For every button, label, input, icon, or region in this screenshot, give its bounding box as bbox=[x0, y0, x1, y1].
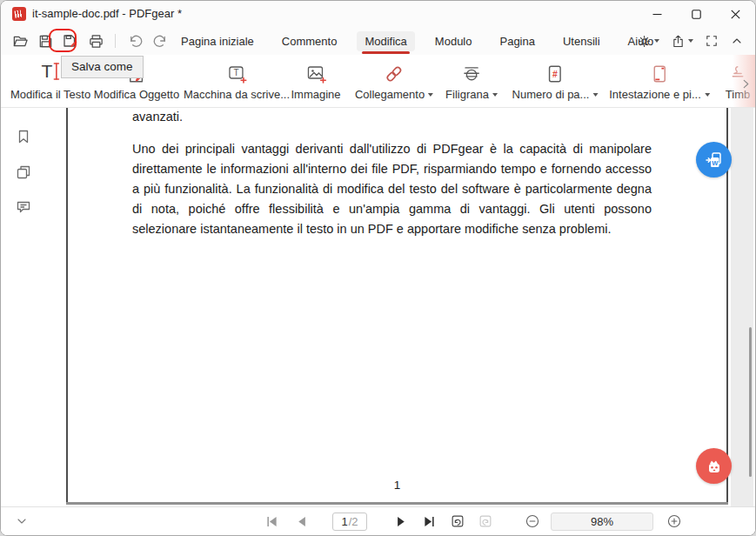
link-button[interactable]: Collegamento bbox=[355, 61, 433, 101]
redo-button[interactable] bbox=[151, 32, 169, 50]
document-text: avanzati. Uno dei principali vantaggi de… bbox=[132, 109, 652, 239]
ribbon-label: Immagine bbox=[291, 88, 340, 101]
ribbon-label: Numero di pa... bbox=[512, 88, 590, 101]
previous-page-button[interactable] bbox=[293, 513, 311, 530]
comments-panel-button[interactable] bbox=[15, 198, 32, 216]
save-button[interactable] bbox=[37, 32, 54, 50]
svg-text:W: W bbox=[712, 158, 719, 166]
page-number-button[interactable]: # Numero di pa... bbox=[512, 61, 599, 101]
collapse-ribbon-button[interactable] bbox=[727, 32, 746, 50]
caret-down-icon bbox=[705, 93, 710, 97]
ribbon-label: Intestazione e pi... bbox=[609, 88, 701, 101]
ribbon-label: Modifica Oggetto bbox=[94, 88, 179, 101]
minimize-icon bbox=[652, 10, 662, 19]
watermark-icon bbox=[461, 61, 482, 87]
minimize-button[interactable] bbox=[638, 1, 677, 27]
vertical-scrollbar-thumb[interactable] bbox=[749, 327, 752, 477]
theme-sun-icon bbox=[637, 34, 652, 49]
header-footer-icon bbox=[649, 61, 670, 87]
document-paragraph: Uno dei principali vantaggi derivanti da… bbox=[132, 139, 652, 239]
ribbon-scroll-right-button[interactable] bbox=[739, 77, 753, 90]
page-left-edge bbox=[66, 108, 68, 504]
pdfgear-window: it-sample-doc.pdf - PDFgear * bbox=[0, 0, 756, 536]
chevron-down-icon bbox=[15, 514, 29, 528]
maximize-button[interactable] bbox=[677, 1, 716, 27]
ribbon-label: Collegamento bbox=[355, 88, 425, 101]
document-line: avanzati. bbox=[132, 109, 652, 124]
undo-button[interactable] bbox=[126, 32, 144, 50]
convert-to-word-button[interactable]: W bbox=[696, 142, 732, 178]
first-page-button[interactable] bbox=[263, 513, 280, 530]
undo-icon bbox=[127, 33, 144, 50]
svg-text:#: # bbox=[552, 70, 558, 79]
image-button[interactable]: Immagine bbox=[291, 61, 340, 101]
svg-text:T: T bbox=[233, 68, 238, 77]
window-controls bbox=[638, 1, 755, 27]
print-button[interactable] bbox=[87, 32, 104, 50]
fullscreen-button[interactable] bbox=[702, 32, 721, 50]
first-page-icon bbox=[264, 514, 279, 529]
tab-commento[interactable]: Commento bbox=[274, 31, 345, 51]
zoom-in-icon bbox=[666, 513, 682, 529]
chevron-right-icon bbox=[739, 77, 753, 90]
current-page-value: 1 bbox=[341, 515, 347, 528]
thumbnails-panel-button[interactable] bbox=[15, 164, 32, 181]
window-title: it-sample-doc.pdf - PDFgear * bbox=[32, 7, 182, 20]
image-add-icon bbox=[304, 61, 327, 87]
status-bar: 1 /2 bbox=[1, 506, 755, 535]
page-number-icon: # bbox=[545, 61, 565, 87]
tab-pagina-iniziale[interactable]: Pagina iniziale bbox=[173, 31, 262, 51]
ribbon-label: Macchina da scrive... bbox=[184, 88, 290, 101]
title-bar: it-sample-doc.pdf - PDFgear * bbox=[1, 1, 755, 27]
edit-text-icon: T bbox=[42, 61, 60, 87]
chevron-up-icon bbox=[730, 34, 744, 48]
word-convert-icon: W bbox=[704, 150, 725, 171]
robot-icon bbox=[704, 456, 725, 477]
close-button[interactable] bbox=[716, 1, 755, 27]
pdfgear-logo-icon bbox=[12, 7, 26, 21]
theme-button[interactable] bbox=[634, 32, 662, 50]
zoom-level-display[interactable]: 98% bbox=[551, 513, 653, 531]
typewriter-button[interactable]: T Macchina da scrive... bbox=[184, 61, 290, 101]
last-page-button[interactable] bbox=[420, 513, 438, 530]
last-page-icon bbox=[422, 514, 437, 529]
open-file-button[interactable] bbox=[11, 32, 29, 50]
next-page-button[interactable] bbox=[391, 513, 409, 530]
comment-icon bbox=[15, 198, 32, 216]
quick-access-toolbar bbox=[11, 27, 169, 55]
zoom-level-value: 98% bbox=[591, 515, 613, 528]
bookmarks-panel-button[interactable] bbox=[15, 128, 32, 145]
ai-assistant-button[interactable] bbox=[696, 448, 732, 484]
page-number-input[interactable]: 1 /2 bbox=[332, 513, 367, 531]
save-as-button[interactable] bbox=[62, 32, 79, 50]
save-icon bbox=[37, 33, 54, 50]
ribbon-label: Modifica il Testo bbox=[10, 88, 90, 101]
watermark-button[interactable]: Filigrana bbox=[445, 61, 498, 101]
header-footer-button[interactable]: Intestazione e pi... bbox=[609, 61, 710, 101]
document-page-number: 1 bbox=[66, 479, 728, 492]
tab-pagina[interactable]: Pagina bbox=[492, 31, 542, 51]
rotate-left-button[interactable] bbox=[449, 513, 466, 530]
caret-down-icon bbox=[428, 93, 433, 97]
share-button[interactable] bbox=[668, 32, 696, 50]
tab-modifica[interactable]: Modifica bbox=[357, 31, 414, 51]
tab-modulo[interactable]: Modulo bbox=[427, 31, 480, 51]
menu-row: Pagina iniziale Commento Modifica Modulo… bbox=[1, 27, 755, 55]
close-icon bbox=[731, 10, 740, 19]
caret-down-icon bbox=[592, 93, 598, 97]
zoom-in-button[interactable] bbox=[666, 513, 683, 530]
document-viewport: avanzati. Uno dei principali vantaggi de… bbox=[1, 108, 755, 506]
caret-down-icon bbox=[688, 39, 693, 43]
caret-down-icon bbox=[492, 93, 498, 97]
save-as-icon bbox=[62, 32, 79, 50]
caret-down-icon bbox=[654, 39, 659, 43]
zoom-out-button[interactable] bbox=[524, 513, 541, 530]
rotate-right-button[interactable] bbox=[477, 513, 494, 530]
collapse-statusbar-button[interactable] bbox=[13, 513, 30, 530]
menu-tabs: Pagina iniziale Commento Modifica Modulo… bbox=[173, 27, 661, 55]
bookmark-icon bbox=[15, 128, 32, 145]
rotate-right-icon bbox=[478, 513, 493, 529]
tab-utensili[interactable]: Utensili bbox=[555, 31, 608, 51]
toolbar-separator bbox=[115, 34, 116, 48]
total-pages-label: /2 bbox=[349, 515, 358, 528]
